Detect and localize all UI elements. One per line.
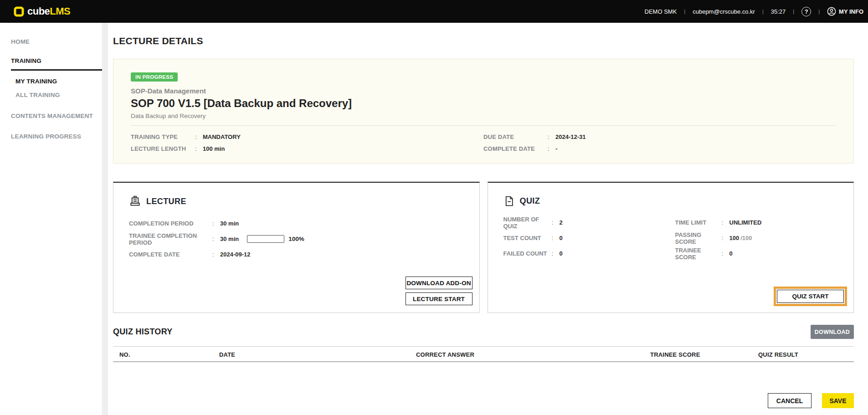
logo-text-cube: cube <box>27 5 50 17</box>
lecture-start-button[interactable]: LECTURE START <box>406 292 473 305</box>
passing-score-max: /100 <box>740 235 752 241</box>
column-correct-answer: CORRECT ANSWER <box>416 347 474 363</box>
quiz-fields: NUMBER OF QUIZ : 2 TIME LIMIT : UNLIMITE… <box>503 218 846 258</box>
separator: | <box>684 9 685 14</box>
sidebar-item-home[interactable]: HOME <box>11 38 102 45</box>
user-email: cubepm@crscube.co.kr <box>693 8 755 15</box>
download-addon-button[interactable]: DOWNLOAD ADD-ON <box>406 277 473 289</box>
top-bar: cubeLMS DEMO SMK | cubepm@crscube.co.kr … <box>0 0 868 23</box>
lecture-icon <box>129 195 141 208</box>
summary-fields: TRAINING TYPE : MANDATORY DUE DATE : 202… <box>131 133 836 152</box>
field-test-count: TEST COUNT : 0 <box>503 233 675 243</box>
page-title: LECTURE DETAILS <box>113 36 854 46</box>
field-training-type: TRAINING TYPE : MANDATORY <box>131 133 483 140</box>
column-trainee-score: TRAINEE SCORE <box>650 347 700 363</box>
quiz-panel: QUIZ NUMBER OF QUIZ : 2 TIME LIMIT : UNL… <box>488 182 854 313</box>
field-failed-count: FAILED COUNT : 0 <box>503 249 675 258</box>
sidebar: HOME TRAINING MY TRAINING ALL TRAINING C… <box>0 23 103 415</box>
sidebar-item-my-training[interactable]: MY TRAINING <box>15 78 102 85</box>
panels-row: LECTURE COMPLETION PERIOD : 30 min TRAIN… <box>113 182 854 313</box>
field-due-date: DUE DATE : 2024-12-31 <box>483 133 836 140</box>
quiz-history-title: QUIZ HISTORY <box>113 327 173 337</box>
sidebar-item-learning-progress[interactable]: LEARNING PROGRESS <box>11 133 102 140</box>
separator: | <box>818 9 820 14</box>
quiz-history-table-header: NO. DATE CORRECT ANSWER TRAINEE SCORE QU… <box>113 346 854 362</box>
my-info-button[interactable]: MY INFO <box>827 7 863 16</box>
field-trainee-score: TRAINEE SCORE : 0 <box>675 249 846 258</box>
field-completion-period: COMPLETION PERIOD : 30 min <box>129 219 472 228</box>
save-button[interactable]: SAVE <box>822 393 854 408</box>
field-trainee-completion-period: TRAINEE COMPLETION PERIOD : 30 min 100% <box>129 234 472 244</box>
lecture-fields: COMPLETION PERIOD : 30 min TRAINEE COMPL… <box>129 219 472 259</box>
separator: | <box>793 9 794 14</box>
session-timer: 35:27 <box>771 8 786 15</box>
summary-divider <box>131 125 836 126</box>
quiz-panel-title: QUIZ <box>520 196 540 206</box>
lecture-panel-title: LECTURE <box>146 197 186 206</box>
progress-bar <box>247 235 284 243</box>
quiz-icon <box>503 195 515 207</box>
sidebar-gutter <box>103 23 108 415</box>
field-passing-score: PASSING SCORE : 100 /100 <box>675 233 846 243</box>
field-lecture-complete-date: COMPLETE DATE : 2024-09-12 <box>129 250 472 259</box>
logo[interactable]: cubeLMS <box>14 5 70 17</box>
separator: | <box>762 9 764 14</box>
logo-icon <box>14 6 24 17</box>
main-content: LECTURE DETAILS IN PROGRESS SOP-Data Man… <box>108 23 868 415</box>
sidebar-item-contents-management[interactable]: CONTENTS MANAGEMENT <box>11 113 102 119</box>
lecture-panel: LECTURE COMPLETION PERIOD : 30 min TRAIN… <box>113 182 480 313</box>
column-date: DATE <box>219 347 235 363</box>
field-lecture-length: LECTURE LENGTH : 100 min <box>131 145 483 152</box>
user-icon <box>827 7 836 16</box>
quiz-start-button[interactable]: QUIZ START <box>777 290 844 303</box>
download-history-button[interactable]: DOWNLOAD <box>811 325 854 339</box>
my-info-label: MY INFO <box>839 8 863 15</box>
status-badge: IN PROGRESS <box>131 72 178 82</box>
sidebar-item-training[interactable]: TRAINING <box>11 57 102 71</box>
lecture-panel-header: LECTURE <box>129 195 472 208</box>
column-quiz-result: QUIZ RESULT <box>758 347 798 363</box>
cancel-button[interactable]: CANCEL <box>768 393 812 408</box>
lecture-summary-card: IN PROGRESS SOP-Data Management SOP 700 … <box>113 59 854 164</box>
lecture-panel-buttons: DOWNLOAD ADD-ON LECTURE START <box>406 277 473 305</box>
field-time-limit: TIME LIMIT : UNLIMITED <box>675 218 846 227</box>
footer-actions: CANCEL SAVE <box>768 393 854 408</box>
quiz-panel-header: QUIZ <box>503 195 846 207</box>
tenant-label: DEMO SMK <box>645 8 677 15</box>
course-subtitle: Data Backup and Recovery <box>131 113 836 119</box>
column-no: NO. <box>119 347 130 363</box>
logo-text-lms: LMS <box>50 5 70 17</box>
completion-progress: 100% <box>247 235 304 243</box>
sidebar-item-all-training[interactable]: ALL TRAINING <box>15 92 102 98</box>
help-icon[interactable]: ? <box>801 7 811 16</box>
course-title: SOP 700 V1.5 [Data Backup and Recovery] <box>131 97 836 110</box>
field-complete-date: COMPLETE DATE : - <box>483 145 836 152</box>
field-number-of-quiz: NUMBER OF QUIZ : 2 <box>503 218 675 227</box>
quiz-history-header: QUIZ HISTORY DOWNLOAD <box>113 325 854 339</box>
progress-percent: 100% <box>288 236 304 242</box>
top-bar-right: DEMO SMK | cubepm@crscube.co.kr | 35:27 … <box>645 7 863 16</box>
course-category: SOP-Data Management <box>131 87 836 95</box>
